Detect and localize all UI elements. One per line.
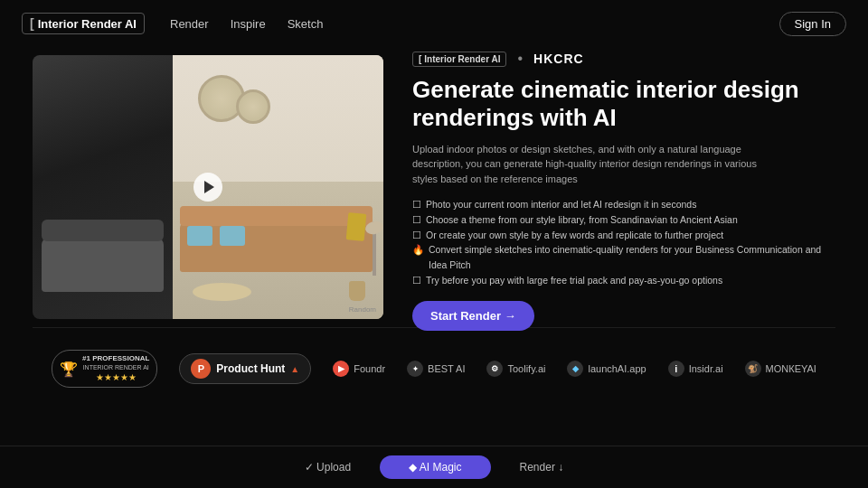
insidr-label: Insidr.ai — [689, 363, 723, 374]
toolify-icon: ⚙ — [486, 361, 503, 377]
award-stars: ★★★★★ — [82, 371, 149, 383]
producthunt-badge[interactable]: P Product Hunt ▲ — [179, 353, 311, 384]
floor-lamp — [373, 221, 376, 276]
tab-render[interactable]: Render ↓ — [491, 455, 593, 479]
toolify-label: Toolify.ai — [507, 363, 545, 374]
fire-icon: 🔥 — [412, 242, 424, 258]
partners-bar: 🏆 #1 PROFESSIONAL INTERIOR RENDER AI ★★★… — [0, 335, 868, 402]
launchai-label: launchAI.app — [588, 363, 646, 374]
toolify-item[interactable]: ⚙ Toolify.ai — [486, 361, 545, 377]
feature-text-3: Or create your own style by a few words … — [426, 228, 723, 243]
bestai-label: BEST AI — [428, 363, 465, 374]
feature-4: 🔥 Convert simple sketches into cinematic… — [412, 242, 835, 273]
play-button[interactable] — [193, 173, 222, 202]
bottom-tabs: ✓ Upload ◆ AI Magic Render ↓ — [0, 446, 868, 488]
feature-2: ☐ Choose a theme from our style library,… — [412, 212, 835, 228]
nav-inspire[interactable]: Inspire — [231, 17, 266, 31]
logo-bracket: [ — [30, 16, 34, 31]
ph-icon: P — [191, 359, 211, 379]
coffee-table — [193, 283, 251, 301]
brand-logo-small: [ Interior Render AI — [412, 52, 506, 67]
check-icon-3: ☐ — [412, 228, 421, 243]
feature-5: ☐ Try before you pay with large free tri… — [412, 273, 835, 288]
launchai-item[interactable]: ◆ launchAI.app — [567, 361, 646, 377]
monkeyai-icon: 🐒 — [745, 361, 761, 377]
sofa-light — [180, 222, 373, 272]
tab-upload[interactable]: ✓ Upload — [276, 455, 380, 479]
image-left — [33, 55, 173, 319]
hkcrc-logo: HKCRC — [533, 52, 584, 66]
tab-ai-magic-label: ◆ AI Magic — [409, 461, 461, 474]
monkeyai-item[interactable]: 🐒 MONКΕYAI — [745, 361, 816, 377]
feature-text-5: Try before you pay with large free trial… — [426, 273, 722, 288]
tab-render-label: Render ↓ — [520, 461, 564, 474]
feature-text-4: Convert simple sketches into cinematic-q… — [429, 242, 835, 273]
hero-subtitle: Upload indoor photos or design sketches,… — [412, 142, 765, 187]
brand-separator: • — [517, 51, 523, 67]
basket — [349, 281, 365, 301]
features-list: ☐ Photo your current room interior and l… — [412, 197, 835, 288]
navbar: [ Interior Render AI Render Inspire Sket… — [0, 0, 868, 47]
check-icon-5: ☐ — [412, 273, 421, 288]
hero-text-panel: [ Interior Render AI • HKCRC Generate ci… — [412, 43, 835, 331]
foundr-item[interactable]: ▶ Foundr — [333, 361, 385, 377]
room-wall — [173, 55, 383, 187]
tab-upload-label: ✓ Upload — [305, 461, 351, 474]
feature-text-1: Photo your current room interior and let… — [426, 197, 696, 212]
feature-3: ☐ Or create your own style by a few word… — [412, 228, 835, 243]
mirror-small — [236, 89, 270, 124]
award-laurel-left: 🏆 — [60, 361, 78, 378]
award-line2: INTERIOR RENDER AI — [82, 363, 149, 371]
brand-name-small: Interior Render AI — [424, 54, 500, 64]
brand-bracket: [ — [419, 54, 421, 64]
hero-title: Generate cinematic interior design rende… — [412, 76, 835, 132]
nav-sketch[interactable]: Sketch — [288, 17, 324, 31]
insidr-item[interactable]: i Insidr.ai — [668, 361, 723, 377]
launchai-icon: ◆ — [567, 361, 583, 377]
sofa-dark — [42, 238, 164, 292]
signin-button[interactable]: Sign In — [779, 12, 846, 36]
check-icon-2: ☐ — [412, 212, 421, 228]
bestai-icon: ✦ — [407, 361, 423, 377]
award-line1: #1 PROFESSIONAL — [82, 354, 149, 363]
brand-row: [ Interior Render AI • HKCRC — [412, 51, 835, 67]
brand-logo[interactable]: [ Interior Render AI — [22, 13, 145, 34]
ph-triangle-icon: ▲ — [290, 364, 299, 374]
insidr-icon: i — [668, 361, 684, 377]
foundr-icon: ▶ — [333, 361, 349, 377]
foundr-label: Foundr — [354, 363, 385, 374]
check-icon-1: ☐ — [412, 197, 421, 212]
feature-text-2: Choose a theme from our style library, f… — [426, 212, 738, 228]
cushion-1 — [187, 226, 212, 246]
feature-1: ☐ Photo your current room interior and l… — [412, 197, 835, 212]
ph-label: Product Hunt — [216, 362, 285, 375]
logo-text: Interior Render AI — [38, 17, 137, 31]
throw-blanket — [346, 212, 367, 241]
cushion-2 — [220, 226, 245, 246]
nav-links: Render Inspire Sketch — [170, 17, 323, 31]
main-section: Random [ Interior Render AI • HKCRC Gene… — [0, 47, 868, 327]
bestai-item[interactable]: ✦ BEST AI — [407, 361, 465, 377]
award-text: #1 PROFESSIONAL INTERIOR RENDER AI ★★★★★ — [82, 354, 149, 383]
award-badge[interactable]: 🏆 #1 PROFESSIONAL INTERIOR RENDER AI ★★★… — [52, 350, 157, 388]
hero-image-panel: Random — [33, 55, 383, 319]
play-arrow-icon — [204, 181, 214, 193]
cta-button[interactable]: Start Render → — [412, 301, 534, 331]
monkeyai-label: MONКΕYAI — [766, 363, 816, 374]
nav-render[interactable]: Render — [170, 17, 209, 31]
random-label: Random — [349, 305, 376, 314]
tab-ai-magic[interactable]: ◆ AI Magic — [380, 455, 490, 479]
